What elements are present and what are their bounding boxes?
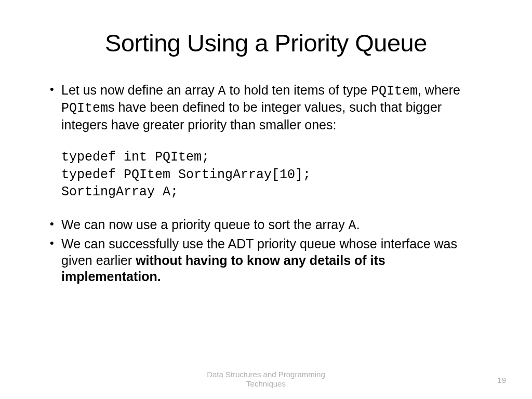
page-number: 19 [497,376,506,384]
bullet-item-1: Let us now define an array A to hold ten… [47,82,485,133]
b1-text-mid2: , where [418,83,460,97]
b2-text-post: . [356,217,360,232]
b1-text-post: s have been defined to be integer values… [61,100,442,131]
code-line-2: typedef PQItem SortingArray[10]; [61,166,485,184]
code-line-3: SortingArray A; [61,183,485,201]
b2-code-A: A [349,218,356,233]
bullet-item-3: We can successfully use the ADT priority… [47,236,485,285]
b1-code-PQItems: PQItem [61,101,108,116]
slide-content: Let us now define an array A to hold ten… [47,82,485,285]
slide-footer: Data Structures and Programming Techniqu… [0,370,532,389]
b1-code-A: A [218,84,226,99]
bullet-item-2: We can now use a priority queue to sort … [47,217,485,234]
b2-text-pre: We can now use a priority queue to sort … [61,217,349,232]
slide-container: Sorting Using a Priority Queue Let us no… [0,0,532,399]
slide-title: Sorting Using a Priority Queue [47,29,485,57]
code-block: typedef int PQItem; typedef PQItem Sorti… [47,149,485,201]
bullet-list-2: We can now use a priority queue to sort … [47,217,485,285]
footer-text: Data Structures and Programming Techniqu… [198,370,334,389]
bullet-list: Let us now define an array A to hold ten… [47,82,485,133]
b1-code-PQItem: PQItem [371,84,418,99]
b1-text-pre: Let us now define an array [61,83,218,97]
b1-text-mid1: to hold ten items of type [226,83,371,97]
code-line-1: typedef int PQItem; [61,149,485,166]
